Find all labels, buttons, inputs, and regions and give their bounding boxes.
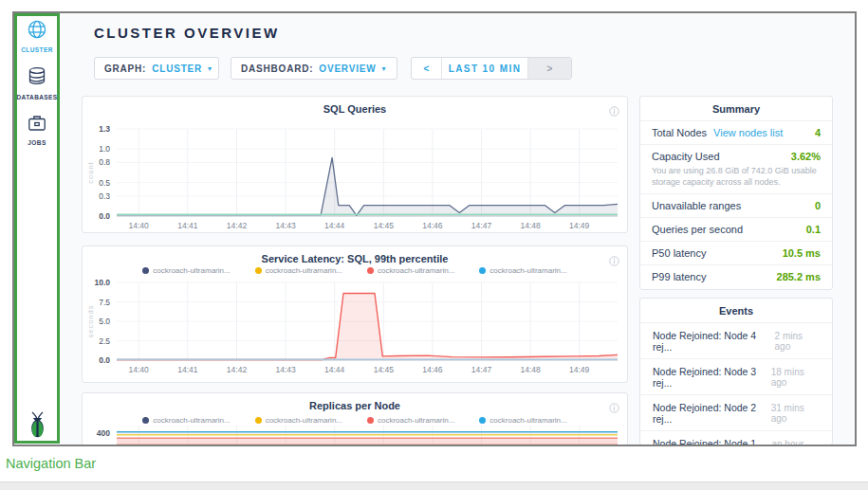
main-content: CLUSTER OVERVIEW GRAPH: CLUSTER ▾ DASHBO… [60,13,855,445]
svg-text:0.0: 0.0 [99,211,110,221]
graph-dropdown[interactable]: GRAPH: CLUSTER ▾ [94,57,219,80]
svg-text:0.3: 0.3 [99,191,110,201]
event-row[interactable]: Node Rejoined: Node 3 rej... 18 mins ago [640,358,832,394]
svg-text:count: count [86,161,95,183]
event-label: Node Rejoined: Node 2 rej... [653,402,771,425]
svg-text:5.0: 5.0 [99,317,110,326]
chevron-down-icon: ▾ [381,64,385,73]
svg-text:2.5: 2.5 [99,336,110,346]
time-range-selector: < LAST 10 MIN > [411,57,572,80]
summary-row-p50: P50 latency 10.5 ms [640,241,832,264]
svg-text:14:45: 14:45 [374,365,395,374]
svg-text:14:41: 14:41 [177,221,198,230]
bottom-strip [0,481,868,490]
graph-dropdown-label: GRAPH: [104,64,146,74]
svg-text:14:42: 14:42 [227,221,248,230]
time-range-next-button: > [527,58,571,79]
svg-text:seconds: seconds [86,305,95,338]
event-time: 31 mins ago [771,403,820,424]
view-nodes-list-link[interactable]: View nodes list [713,127,783,138]
annotation-label: Navigation Bar [6,456,96,471]
svg-text:7.5: 7.5 [99,298,110,307]
time-range-label[interactable]: LAST 10 MIN [442,58,527,79]
sidebar-item-label: JOBS [14,139,60,146]
summary-label: Unavailable ranges [652,200,741,211]
graph-dropdown-value: CLUSTER [152,64,202,74]
capacity-subtext: You are using 26.8 GiB of 742.0 GiB usab… [652,162,821,188]
dashboard-dropdown-value: OVERVIEW [319,64,376,74]
event-label: Node Rejoined: Node 3 rej... [653,366,771,389]
cockroachdb-logo[interactable] [14,411,60,442]
dashboard-dropdown-label: DASHBOARD: [241,64,313,74]
svg-text:14:45: 14:45 [374,221,395,230]
summary-row-total-nodes: Total Nodes View nodes list 4 [640,120,832,144]
chevron-down-icon: ▾ [208,64,212,73]
summary-label: Queries per second [652,224,743,235]
event-row[interactable]: Node Rejoined: Node 1 rej... an hour ago [640,430,832,445]
svg-text:14:44: 14:44 [324,221,345,230]
svg-text:14:48: 14:48 [520,221,541,230]
page-title: CLUSTER OVERVIEW [94,25,280,41]
summary-value: 0.1 [806,224,821,235]
summary-row-p99: P99 latency 285.2 ms [640,264,832,288]
svg-text:0.8: 0.8 [99,157,110,167]
service-latency-chart[interactable]: 14:4014:4114:4214:4314:4414:4514:4614:47… [83,246,628,383]
event-label: Node Rejoined: Node 1 rej... [653,438,771,445]
summary-value: 285.2 ms [777,271,821,282]
event-row[interactable]: Node Rejoined: Node 4 rej... 2 mins ago [640,322,832,358]
svg-text:1.0: 1.0 [99,144,110,154]
event-label: Node Rejoined: Node 4 rej... [653,330,775,353]
svg-text:400: 400 [97,428,110,438]
svg-text:10.0: 10.0 [94,278,110,287]
sidebar-item-label: CLUSTER [14,46,60,53]
svg-text:14:43: 14:43 [275,365,296,374]
svg-text:14:42: 14:42 [227,365,248,374]
summary-title: Summary [640,97,832,120]
svg-text:1.3: 1.3 [99,124,110,134]
screenshot-canvas: CLUSTER DATABASES [0,0,868,490]
sidebar-item-cluster[interactable]: CLUSTER [14,19,60,53]
sidebar: CLUSTER DATABASES [14,13,60,445]
sidebar-item-databases[interactable]: DATABASES [14,66,60,100]
svg-text:0.5: 0.5 [99,178,110,188]
summary-value: 0 [815,200,821,211]
time-range-prev-button[interactable]: < [412,58,442,79]
database-icon [28,74,46,90]
summary-label: P50 latency [652,247,706,259]
replicas-per-node-chart-card: Replicas per Node cockroach-ultramarin..… [82,392,628,446]
svg-text:14:49: 14:49 [569,221,590,230]
svg-text:14:40: 14:40 [129,365,150,374]
summary-label: P99 latency [652,271,706,282]
sql-queries-chart-card: SQL Queries 14:4014:4114:4214:4314:4414:… [82,96,628,233]
sidebar-item-label: DATABASES [14,94,60,100]
summary-row-unavailable-ranges: Unavailable ranges 0 [640,193,832,217]
summary-row-qps: Queries per second 0.1 [640,217,832,241]
sidebar-item-jobs[interactable]: JOBS [14,114,60,146]
event-time: an hour ago [771,439,820,445]
event-time: 2 mins ago [775,331,820,352]
service-latency-chart-card: Service Latency: SQL, 99th percentile co… [82,245,628,383]
summary-value: 3.62% [791,151,821,162]
summary-value: 4 [815,127,821,138]
events-panel: Events Node Rejoined: Node 4 rej... 2 mi… [639,298,833,445]
briefcase-icon [28,119,46,136]
replicas-per-node-chart[interactable]: 14:4014:4114:4214:4314:4414:4514:4614:47… [83,393,628,446]
summary-label: Capacity Used [652,151,720,162]
svg-text:14:46: 14:46 [422,365,443,374]
svg-text:14:49: 14:49 [569,365,590,374]
summary-value: 10.5 ms [783,247,821,259]
svg-text:14:43: 14:43 [275,221,296,230]
event-row[interactable]: Node Rejoined: Node 2 rej... 31 mins ago [640,394,832,430]
globe-icon [27,27,47,43]
svg-text:14:44: 14:44 [324,365,345,374]
summary-panel: Summary Total Nodes View nodes list 4 Ca… [639,96,833,290]
summary-row-capacity: Capacity Used 3.62% You are using 26.8 G… [640,144,832,193]
summary-label: Total Nodes [652,127,707,138]
dashboard-dropdown[interactable]: DASHBOARD: OVERVIEW ▾ [231,57,397,80]
svg-text:14:40: 14:40 [129,221,150,230]
svg-text:14:48: 14:48 [520,365,541,374]
sql-queries-chart[interactable]: 14:4014:4114:4214:4314:4414:4514:4614:47… [83,97,628,233]
events-title: Events [640,299,832,322]
svg-text:14:47: 14:47 [471,221,492,230]
svg-text:14:47: 14:47 [471,365,492,374]
